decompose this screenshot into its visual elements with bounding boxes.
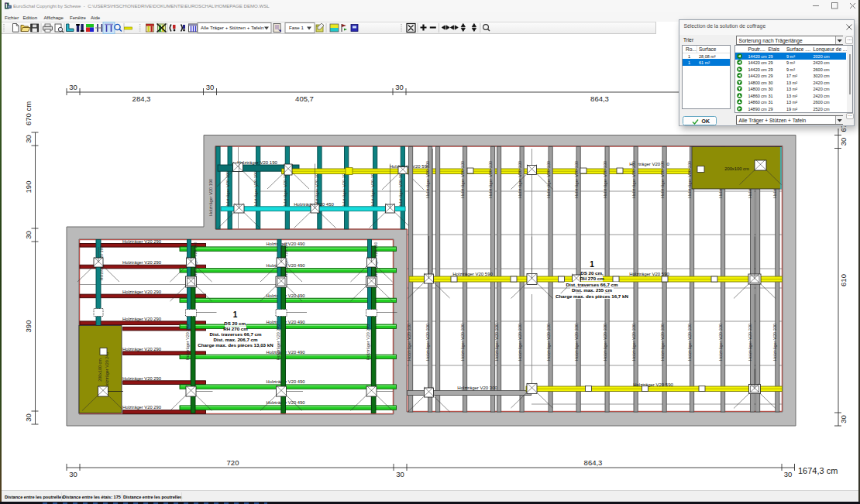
svg-text:Holzträger V20 190: Holzträger V20 190 — [398, 171, 403, 208]
svg-text:Holzträger V20 330: Holzträger V20 330 — [460, 324, 465, 361]
svg-text:Holzträger V20 330: Holzträger V20 330 — [660, 324, 665, 361]
svg-text:Holzträger V20 330: Holzträger V20 330 — [603, 324, 607, 361]
svg-text:30: 30 — [839, 138, 848, 146]
svg-text:Dist. max. 206,7 cm: Dist. max. 206,7 cm — [213, 337, 258, 342]
svg-text:Dist. traverses 66,7 cm: Dist. traverses 66,7 cm — [209, 331, 262, 337]
svg-text:Holzträger V20 300: Holzträger V20 300 — [457, 386, 497, 390]
svg-text:Holzträger V20 290: Holzträger V20 290 — [122, 290, 161, 294]
svg-text:Holzträger V20 330: Holzträger V20 330 — [687, 324, 692, 361]
svg-text:Holzträger V20 330: Holzträger V20 330 — [425, 324, 430, 361]
svg-text:Holzträger V20 330: Holzträger V20 330 — [574, 324, 579, 361]
svg-text:Charge max. des pièces 16,7 kN: Charge max. des pièces 16,7 kN — [556, 293, 628, 299]
svg-text:Holzträger V20 330: Holzträger V20 330 — [660, 161, 665, 198]
svg-text:Holzträger V20 330: Holzträger V20 330 — [518, 324, 522, 361]
svg-text:720: 720 — [227, 458, 239, 467]
svg-text:Dist. traverses 66,7 cm: Dist. traverses 66,7 cm — [566, 282, 618, 287]
svg-text:Holzträger V20 330: Holzträger V20 330 — [488, 161, 493, 198]
svg-text:Holzträger V20 190: Holzträger V20 190 — [370, 171, 375, 208]
svg-text:Holzträger V20 330: Holzträger V20 330 — [574, 161, 579, 198]
svg-text:Holzträger V20 290: Holzträger V20 290 — [122, 239, 161, 244]
svg-text:Holzträger V20 330: Holzträger V20 330 — [772, 324, 777, 361]
svg-text:Holzträger V20 245: Holzträger V20 245 — [185, 324, 190, 360]
svg-text:Holzträger V20 330: Holzträger V20 330 — [494, 324, 499, 361]
svg-text:405,7: 405,7 — [295, 94, 314, 103]
svg-text:RH 270 cm: RH 270 cm — [580, 276, 604, 281]
svg-text:30: 30 — [24, 413, 33, 422]
svg-text:Holzträger V20 245: Holzträger V20 245 — [105, 352, 109, 388]
svg-text:1: 1 — [590, 260, 594, 269]
svg-text:30: 30 — [784, 470, 793, 478]
svg-text:Holzträger V20 190: Holzträger V20 190 — [237, 160, 277, 165]
svg-text:864,3: 864,3 — [584, 458, 603, 467]
svg-text:Holzträger V20 330: Holzträger V20 330 — [748, 324, 752, 361]
svg-text:Holzträger V20 290: Holzträger V20 290 — [122, 260, 161, 265]
svg-text:Holzträger V20 330: Holzträger V20 330 — [631, 161, 636, 198]
svg-text:30: 30 — [206, 83, 215, 91]
svg-text:30: 30 — [69, 470, 77, 478]
svg-text:Holzträger V20 290: Holzträger V20 290 — [122, 405, 161, 410]
svg-text:190: 190 — [24, 181, 33, 194]
svg-text:Holzträger V20 590: Holzträger V20 590 — [452, 272, 493, 276]
svg-text:Holzträger V20 330: Holzträger V20 330 — [631, 324, 636, 361]
svg-text:Holzträger V20 245: Holzträger V20 245 — [366, 324, 370, 360]
svg-text:RH 270 cm: RH 270 cm — [223, 326, 248, 331]
svg-text:Holzträger V20 330: Holzträger V20 330 — [687, 161, 692, 198]
svg-text:Dist. max. 255 cm: Dist. max. 255 cm — [572, 287, 612, 293]
svg-text:30: 30 — [69, 83, 77, 91]
svg-text:284,3: 284,3 — [132, 94, 151, 103]
svg-text:30: 30 — [395, 83, 404, 91]
svg-text:Holzträger V20 290: Holzträger V20 290 — [122, 317, 161, 321]
svg-text:30: 30 — [24, 135, 33, 143]
svg-text:DS 20 cm,: DS 20 cm, — [224, 321, 247, 326]
svg-text:Holzträger V20 590: Holzträger V20 590 — [633, 382, 673, 387]
svg-text:Holzträger V20 190: Holzträger V20 190 — [342, 171, 346, 208]
svg-text:Holzträger V20 290: Holzträger V20 290 — [122, 347, 161, 351]
svg-text:864,3: 864,3 — [590, 94, 609, 103]
svg-text:390: 390 — [24, 321, 33, 333]
svg-text:Holzträger V20 330: Holzträger V20 330 — [718, 324, 723, 361]
svg-text:Holzträger V20 330: Holzträger V20 330 — [460, 161, 465, 198]
svg-text:Holzträger V20 330: Holzträger V20 330 — [546, 324, 551, 361]
svg-text:Holzträger V20 330: Holzträger V20 330 — [546, 161, 551, 198]
svg-text:Holzträger V20 190: Holzträger V20 190 — [253, 171, 258, 208]
svg-text:30: 30 — [24, 231, 33, 239]
svg-text:200x100 cm: 200x100 cm — [724, 166, 749, 171]
svg-text:Holzträger V20 190: Holzträger V20 190 — [208, 179, 213, 216]
svg-text:Holzträger V20 245: Holzträger V20 245 — [276, 324, 280, 360]
svg-text:Holzträger V20 590: Holzträger V20 590 — [629, 272, 669, 276]
svg-text:Charge max. des pièces 13,03 k: Charge max. des pièces 13,03 kN — [198, 342, 273, 348]
svg-text:Holzträger V20 330: Holzträger V20 330 — [425, 161, 430, 198]
svg-text:30: 30 — [396, 470, 404, 478]
svg-text:1674,3 cm: 1674,3 cm — [798, 466, 838, 475]
svg-text:610: 610 — [839, 274, 848, 286]
svg-text:Holzträger V20 330: Holzträger V20 330 — [603, 161, 607, 198]
svg-text:Holzträger V20 290: Holzträger V20 290 — [122, 376, 161, 381]
svg-text:DS 20 cm,: DS 20 cm, — [580, 270, 604, 276]
svg-text:1: 1 — [233, 310, 238, 319]
svg-text:Holzträger V20 330: Holzträger V20 330 — [407, 324, 411, 361]
svg-text:200x100 cm: 200x100 cm — [98, 358, 102, 382]
svg-text:30: 30 — [839, 415, 848, 423]
svg-text:Holzträger V20 190: Holzträger V20 190 — [283, 171, 287, 208]
svg-text:670 cm: 670 cm — [24, 101, 33, 125]
